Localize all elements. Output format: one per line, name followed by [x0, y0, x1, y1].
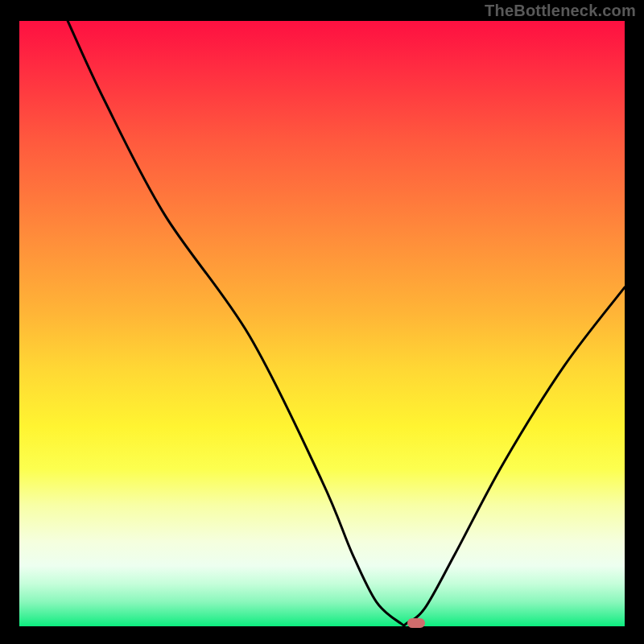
- bottleneck-curve-path: [68, 21, 625, 625]
- optimal-point-marker: [407, 618, 425, 628]
- chart-frame: [19, 21, 625, 626]
- chart-curve-layer: [19, 21, 625, 626]
- attribution-text: TheBottleneck.com: [485, 2, 636, 20]
